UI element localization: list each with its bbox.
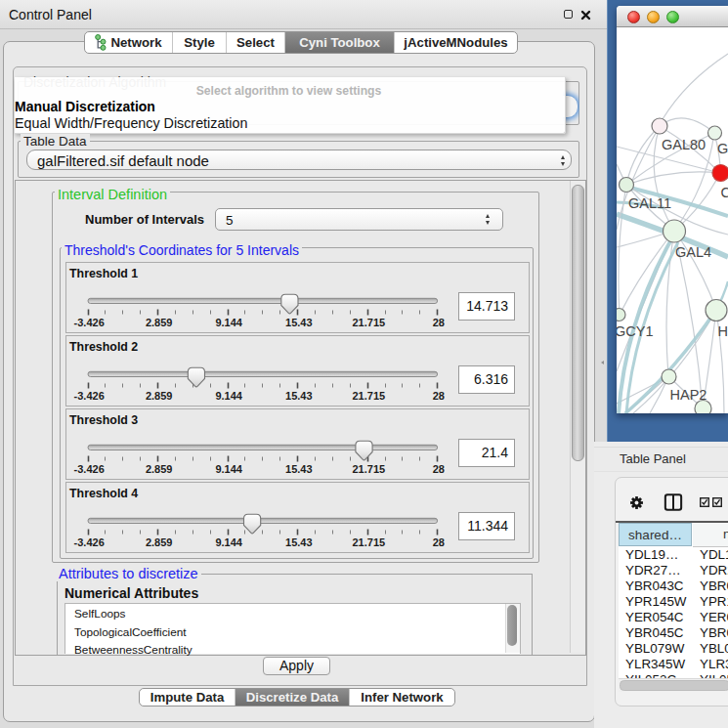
- svg-text:GA: GA: [717, 141, 728, 156]
- svg-text:15.43: 15.43: [285, 317, 313, 328]
- svg-text:28: 28: [433, 317, 445, 328]
- svg-text:GAL4: GAL4: [675, 244, 711, 260]
- svg-text:CD: CD: [721, 185, 728, 200]
- svg-text:-3.426: -3.426: [74, 390, 105, 402]
- svg-text:21.715: 21.715: [352, 317, 385, 328]
- svg-text:21.715: 21.715: [352, 390, 385, 402]
- svg-text:-3.426: -3.426: [74, 463, 105, 475]
- svg-text:9.144: 9.144: [215, 536, 242, 548]
- svg-text:28: 28: [433, 536, 445, 548]
- svg-text:GAL11: GAL11: [628, 195, 671, 211]
- svg-text:HAP2: HAP2: [670, 387, 707, 403]
- svg-text:15.43: 15.43: [285, 390, 313, 402]
- svg-text:28: 28: [433, 390, 445, 402]
- svg-text:21.715: 21.715: [352, 536, 385, 548]
- svg-text:2.859: 2.859: [146, 536, 173, 548]
- svg-text:15.43: 15.43: [285, 463, 313, 475]
- svg-text:2.859: 2.859: [146, 390, 173, 402]
- svg-text:GAL80: GAL80: [662, 137, 706, 152]
- svg-text:2.859: 2.859: [146, 463, 173, 475]
- svg-text:28: 28: [433, 463, 445, 475]
- svg-text:2.859: 2.859: [146, 317, 173, 328]
- svg-text:21.715: 21.715: [352, 463, 385, 475]
- svg-text:9.144: 9.144: [215, 390, 242, 402]
- svg-text:GCY1: GCY1: [617, 323, 654, 339]
- svg-text:-3.426: -3.426: [74, 536, 105, 548]
- svg-text:9.144: 9.144: [215, 463, 242, 475]
- svg-text:9.144: 9.144: [215, 317, 242, 328]
- svg-text:15.43: 15.43: [285, 536, 313, 548]
- svg-text:-3.426: -3.426: [74, 317, 105, 328]
- svg-text:HI: HI: [718, 323, 728, 339]
